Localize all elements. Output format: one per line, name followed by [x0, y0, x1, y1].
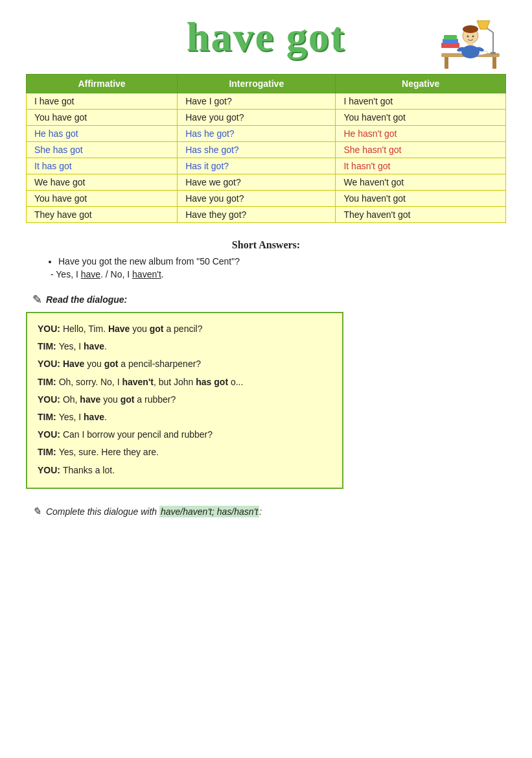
- list-item: TIM: Yes, sure. Here they are.: [38, 444, 332, 460]
- table-row: She hasn't got: [336, 142, 506, 158]
- table-row: It hasn't got: [336, 158, 506, 174]
- svg-rect-4: [443, 39, 458, 43]
- table-row: Have we got?: [178, 174, 336, 191]
- list-item: TIM: Yes, I have.: [38, 338, 332, 355]
- table-row: Have I got?: [178, 93, 336, 110]
- table-row: Has he got?: [178, 126, 336, 142]
- short-answers-question: Have you got the new album from "50 Cent…: [58, 256, 493, 266]
- list-item: YOU: Oh, have you got a rubber?: [38, 392, 332, 408]
- svg-rect-2: [492, 57, 496, 69]
- svg-rect-3: [441, 43, 459, 48]
- complete-label: Complete this dialogue with: [46, 506, 159, 517]
- short-answers-reply: - Yes, I have. / No, I haven't.: [39, 269, 493, 279]
- student-illustration: [422, 6, 506, 71]
- table-row: Have you got?: [178, 191, 336, 207]
- list-item: YOU: Hello, Tim. Have you got a pencil?: [38, 321, 332, 337]
- svg-rect-1: [445, 57, 448, 69]
- read-dialogue-label: ✎ Read the dialogue:: [26, 292, 506, 307]
- table-row: Has it got?: [178, 158, 336, 174]
- table-row: We haven't got: [336, 174, 506, 191]
- table-row: You haven't got: [336, 110, 506, 126]
- table-row: I have got: [27, 93, 178, 110]
- table-row: Has she got?: [178, 142, 336, 158]
- table-row: I haven't got: [336, 93, 506, 110]
- svg-marker-10: [477, 21, 490, 29]
- table-row: You have got: [27, 191, 178, 207]
- complete-section: ✎ Complete this dialogue with have/haven…: [26, 505, 506, 517]
- svg-rect-11: [491, 52, 496, 54]
- table-row: You haven't got: [336, 191, 506, 207]
- table-row: They have got: [27, 207, 178, 223]
- complete-highlight: have/haven't; has/hasn't: [159, 506, 259, 517]
- dialogue-box: YOU: Hello, Tim. Have you got a pencil?T…: [26, 312, 343, 489]
- table-row: We have got: [27, 174, 178, 191]
- svg-rect-5: [444, 35, 457, 40]
- read-dialogue-text: Read the dialogue:: [46, 294, 127, 305]
- table-row: Have they got?: [178, 207, 336, 223]
- title-area: have got: [26, 13, 506, 61]
- read-icon: ✎: [32, 292, 42, 307]
- table-row: She has got: [27, 142, 178, 158]
- table-row: It has got: [27, 158, 178, 174]
- complete-label2: :: [259, 506, 262, 517]
- table-row: You have got: [27, 110, 178, 126]
- list-item: YOU: Thanks a lot.: [38, 462, 332, 479]
- svg-point-15: [472, 36, 474, 38]
- svg-point-13: [463, 25, 478, 33]
- table-row: He hasn't got: [336, 126, 506, 142]
- svg-point-17: [461, 45, 480, 58]
- short-answers-section: Short Answers: Have you got the new albu…: [26, 239, 506, 279]
- short-answers-title: Short Answers:: [39, 239, 493, 251]
- list-item: YOU: Have you got a pencil-sharpener?: [38, 356, 332, 372]
- grammar-table: Affirmative Interrogative Negative I hav…: [26, 74, 506, 223]
- list-item: TIM: Oh, sorry. No, I haven't, but John …: [38, 374, 332, 390]
- header-negative: Negative: [336, 75, 506, 93]
- svg-point-14: [467, 36, 469, 38]
- table-row: Have you got?: [178, 110, 336, 126]
- page-title: have got: [187, 13, 345, 61]
- header-affirmative: Affirmative: [27, 75, 178, 93]
- table-row: They haven't got: [336, 207, 506, 223]
- table-row: He has got: [27, 126, 178, 142]
- pencil-icon: ✎: [32, 506, 41, 517]
- header-interrogative: Interrogative: [178, 75, 336, 93]
- list-item: TIM: Yes, I have.: [38, 409, 332, 425]
- list-item: YOU: Can I borrow your pencil and rubber…: [38, 427, 332, 443]
